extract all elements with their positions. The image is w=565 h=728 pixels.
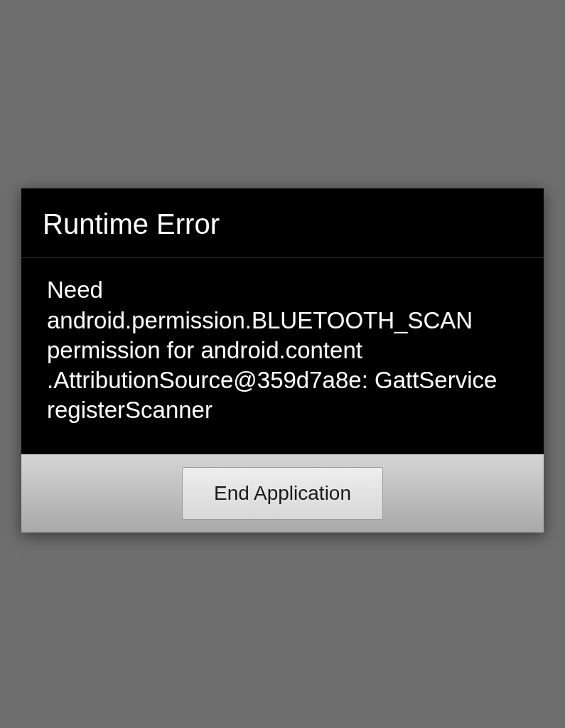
dialog-title: Runtime Error xyxy=(43,208,522,240)
error-dialog: Runtime Error Need android.permission.BL… xyxy=(21,188,544,532)
end-application-button[interactable]: End Application xyxy=(182,467,383,520)
dialog-header: Runtime Error xyxy=(21,188,544,258)
error-message: Need android.permission.BLUETOOTH_SCAN p… xyxy=(47,275,518,425)
dialog-body: Need android.permission.BLUETOOTH_SCAN p… xyxy=(21,258,544,454)
dialog-footer: End Application xyxy=(21,454,544,532)
